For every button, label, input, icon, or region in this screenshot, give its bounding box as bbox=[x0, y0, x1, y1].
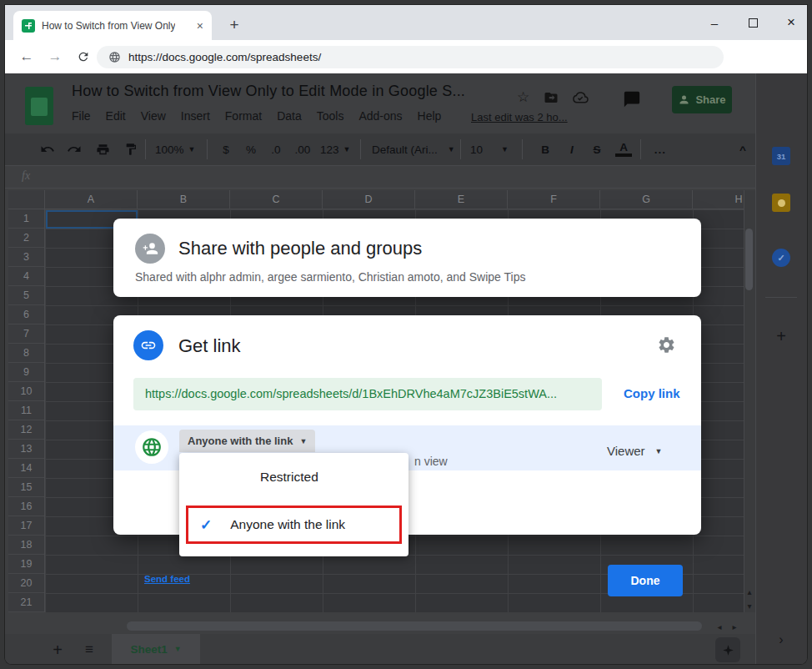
get-addons-icon[interactable]: + bbox=[770, 325, 792, 347]
row-header[interactable]: 6 bbox=[8, 305, 44, 324]
grid-corner[interactable] bbox=[8, 190, 45, 209]
collapse-toolbar-icon[interactable]: ^ bbox=[734, 140, 752, 158]
row-header[interactable]: 8 bbox=[8, 344, 44, 363]
link-settings-gear-icon[interactable] bbox=[657, 335, 676, 355]
column-header[interactable]: D bbox=[323, 190, 415, 209]
share-button[interactable]: Share bbox=[672, 86, 732, 113]
bold-button[interactable]: B bbox=[537, 140, 554, 158]
menu-item[interactable]: Format bbox=[225, 109, 262, 123]
maximize-button[interactable] bbox=[740, 12, 765, 33]
row-header[interactable]: 7 bbox=[8, 324, 44, 344]
menu-item[interactable]: Insert bbox=[181, 109, 210, 123]
zoom-select[interactable]: 100%▼ bbox=[155, 140, 195, 158]
text-color-button[interactable]: A bbox=[615, 140, 632, 157]
tasks-icon[interactable]: ✓ bbox=[772, 249, 790, 267]
calendar-icon[interactable]: 31 bbox=[772, 147, 790, 165]
column-header[interactable]: A bbox=[45, 190, 138, 209]
number-format-button[interactable]: 123▼ bbox=[320, 140, 350, 158]
more-toolbar-button[interactable]: ... bbox=[650, 140, 670, 158]
formula-bar[interactable] bbox=[5, 165, 755, 189]
menu-item[interactable]: View bbox=[141, 109, 166, 123]
italic-button[interactable]: I bbox=[564, 140, 580, 158]
star-icon[interactable]: ☆ bbox=[517, 88, 529, 106]
strikethrough-button[interactable]: S bbox=[589, 140, 605, 158]
document-title[interactable]: How to Switch from View Only to Edit Mod… bbox=[72, 83, 465, 100]
forward-icon[interactable]: → bbox=[45, 47, 65, 67]
close-button[interactable]: × bbox=[779, 12, 804, 33]
horizontal-scrollbar-thumb[interactable] bbox=[127, 621, 702, 631]
row-header[interactable]: 10 bbox=[8, 382, 44, 401]
row-header[interactable]: 20 bbox=[8, 574, 44, 593]
row-header[interactable]: 1 bbox=[8, 209, 44, 229]
row-header[interactable]: 15 bbox=[8, 478, 44, 497]
row-header[interactable]: 11 bbox=[8, 401, 44, 420]
row-header[interactable]: 12 bbox=[8, 420, 44, 440]
scroll-up-icon[interactable]: ▴ bbox=[744, 585, 755, 598]
share-url-field[interactable]: https://docs.google.com/spreadsheets/d/1… bbox=[133, 378, 602, 410]
row-header[interactable]: 2 bbox=[8, 229, 44, 248]
row-header[interactable]: 5 bbox=[8, 286, 44, 305]
column-header[interactable]: H bbox=[693, 190, 744, 209]
sheet-tab-sheet1[interactable]: Sheet1 ▼ bbox=[112, 634, 200, 664]
paint-format-icon[interactable] bbox=[122, 140, 140, 158]
all-sheets-icon[interactable]: ≡ bbox=[78, 641, 100, 659]
tab-close-icon[interactable]: × bbox=[197, 20, 203, 32]
menu-item[interactable]: Edit bbox=[106, 109, 126, 123]
row-header[interactable]: 14 bbox=[8, 459, 44, 478]
expand-panel-icon[interactable]: › bbox=[772, 631, 790, 649]
scroll-right-icon[interactable]: ▸ bbox=[729, 620, 740, 633]
cloud-status-icon[interactable] bbox=[572, 91, 589, 103]
menu-item[interactable]: Data bbox=[277, 109, 302, 123]
scroll-left-icon[interactable]: ◂ bbox=[714, 620, 725, 633]
column-header[interactable]: G bbox=[600, 190, 693, 209]
column-header[interactable]: C bbox=[230, 190, 323, 209]
row-header[interactable]: 3 bbox=[8, 248, 44, 267]
access-scope-dropdown[interactable]: Anyone with the link ▼ bbox=[179, 430, 315, 452]
row-header[interactable]: 19 bbox=[8, 555, 44, 574]
new-tab-button[interactable]: + bbox=[223, 14, 245, 36]
percent-button[interactable]: % bbox=[243, 140, 258, 158]
row-header[interactable]: 9 bbox=[8, 363, 44, 382]
role-dropdown[interactable]: Viewer ▼ bbox=[607, 444, 663, 458]
row-header[interactable]: 18 bbox=[8, 536, 44, 555]
back-icon[interactable]: ← bbox=[17, 47, 37, 67]
row-header[interactable]: 17 bbox=[8, 516, 44, 536]
redo-icon[interactable] bbox=[65, 140, 83, 158]
row-header[interactable]: 21 bbox=[8, 593, 44, 612]
increase-decimal-button[interactable]: .00 bbox=[292, 140, 313, 158]
browser-tab[interactable]: How to Switch from View Only to × bbox=[13, 11, 212, 40]
font-size-select[interactable]: 10▼ bbox=[470, 140, 509, 158]
reload-icon[interactable] bbox=[73, 47, 93, 67]
column-header[interactable]: E bbox=[415, 190, 508, 209]
minimize-button[interactable]: – bbox=[702, 12, 727, 33]
menu-item-restricted[interactable]: Restricted bbox=[260, 470, 318, 485]
undo-icon[interactable] bbox=[38, 140, 57, 158]
row-header[interactable]: 16 bbox=[8, 497, 44, 516]
keep-icon[interactable] bbox=[772, 194, 790, 212]
menu-item[interactable]: Help bbox=[418, 109, 442, 123]
move-folder-icon[interactable] bbox=[544, 90, 559, 105]
scroll-down-icon[interactable]: ▾ bbox=[744, 599, 755, 612]
decrease-decimal-button[interactable]: .0 bbox=[267, 140, 285, 158]
copy-link-button[interactable]: Copy link bbox=[624, 386, 680, 400]
url-bar[interactable]: https://docs.google.com/spreadsheets/ bbox=[97, 46, 724, 68]
column-header[interactable]: B bbox=[138, 190, 230, 209]
row-header[interactable]: 4 bbox=[8, 267, 44, 286]
column-header[interactable]: F bbox=[508, 190, 600, 209]
menu-item[interactable]: File bbox=[72, 109, 91, 123]
menu-item[interactable]: Tools bbox=[317, 109, 344, 123]
currency-button[interactable]: $ bbox=[218, 140, 233, 158]
last-edit-link[interactable]: Last edit was 2 ho... bbox=[471, 111, 568, 123]
print-icon[interactable] bbox=[93, 140, 112, 158]
menu-item-anyone-highlighted[interactable]: ✓ Anyone with the link bbox=[186, 506, 402, 544]
vertical-scrollbar-thumb[interactable] bbox=[745, 229, 753, 290]
sheets-logo-icon[interactable] bbox=[25, 87, 53, 125]
add-sheet-icon[interactable]: + bbox=[47, 641, 68, 659]
comments-icon[interactable] bbox=[622, 90, 642, 108]
done-button[interactable]: Done bbox=[608, 565, 683, 596]
explore-button[interactable] bbox=[715, 637, 740, 662]
row-header[interactable]: 13 bbox=[8, 440, 44, 459]
font-select[interactable]: Default (Ari...▼ bbox=[372, 140, 455, 158]
menu-item[interactable]: Add-ons bbox=[358, 109, 402, 123]
send-feedback-link[interactable]: Send feed bbox=[144, 574, 190, 584]
